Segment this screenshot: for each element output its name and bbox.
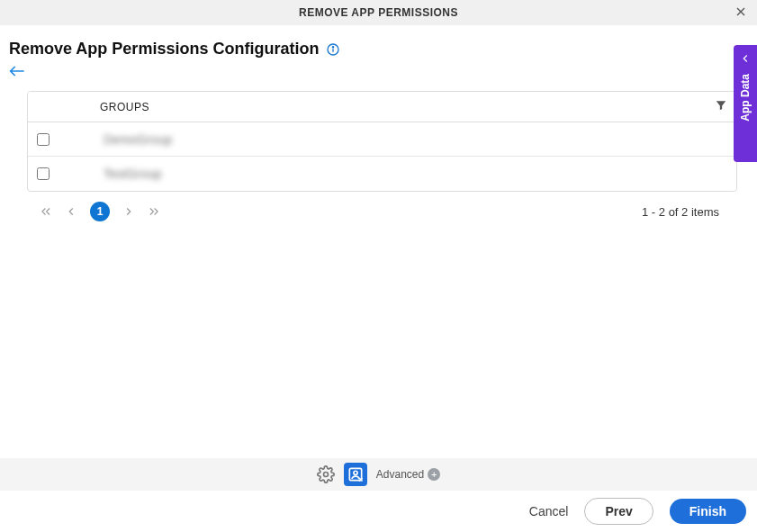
dialog-header: REMOVE APP PERMISSIONS (0, 0, 757, 25)
advanced-label: Advanced (376, 468, 424, 481)
row-checkbox[interactable] (37, 167, 50, 180)
next-page-icon[interactable] (122, 205, 135, 218)
cancel-button[interactable]: Cancel (529, 504, 569, 518)
app-data-tab[interactable]: App Data (734, 45, 757, 162)
pagination: 1 1 - 2 of 2 items (27, 192, 737, 231)
section-header: Remove App Permissions Configuration (0, 25, 757, 64)
chevron-left-icon (739, 52, 752, 65)
table-row: TestGroup (28, 157, 736, 191)
svg-point-3 (323, 473, 328, 477)
advanced-toggle[interactable]: Advanced + (376, 468, 440, 481)
close-icon[interactable] (734, 5, 748, 23)
prev-button[interactable]: Prev (584, 498, 653, 525)
plus-icon: + (428, 468, 440, 481)
finish-button[interactable]: Finish (670, 499, 746, 524)
column-header-groups: GROUPS (28, 101, 149, 113)
profile-tool-icon[interactable] (344, 463, 367, 486)
gear-icon[interactable] (317, 465, 335, 483)
prev-page-icon[interactable] (65, 205, 77, 218)
first-page-icon[interactable] (40, 205, 52, 218)
item-count: 1 - 2 of 2 items (642, 205, 728, 219)
page-title: Remove App Permissions Configuration (9, 40, 319, 59)
table-row: DemoGroup (28, 122, 736, 157)
footer-actions: Cancel Prev Finish (529, 498, 746, 525)
svg-point-5 (354, 471, 357, 474)
row-label: DemoGroup (104, 132, 172, 147)
bottom-toolbar: Advanced + (0, 458, 757, 491)
last-page-icon[interactable] (148, 205, 160, 218)
dialog-title: REMOVE APP PERMISSIONS (299, 6, 458, 19)
info-icon[interactable] (326, 42, 340, 57)
groups-table: GROUPS DemoGroup TestGroup (27, 91, 737, 192)
app-data-label: App Data (739, 74, 752, 122)
table-header: GROUPS (28, 92, 736, 122)
svg-point-2 (333, 46, 334, 47)
filter-icon[interactable] (715, 99, 727, 115)
row-checkbox[interactable] (37, 133, 50, 146)
back-arrow-icon[interactable] (0, 64, 36, 86)
row-label: TestGroup (104, 167, 162, 181)
page-number[interactable]: 1 (90, 202, 110, 221)
